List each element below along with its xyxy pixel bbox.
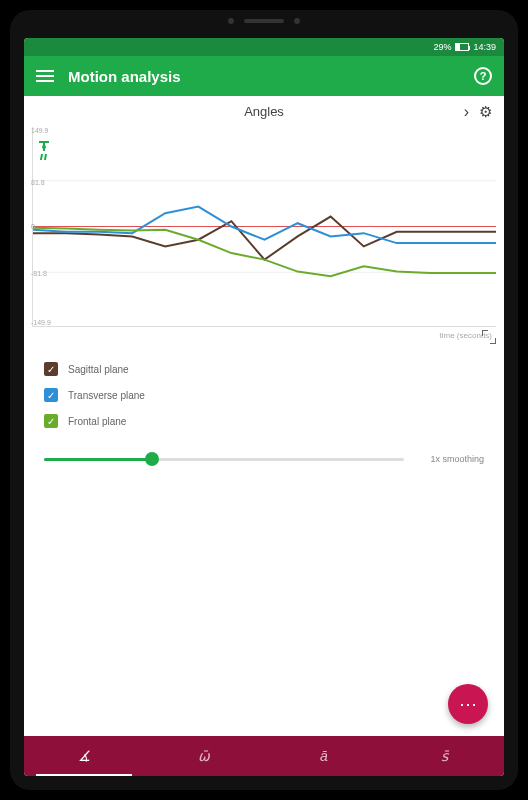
gear-icon[interactable]: ⚙ [479, 103, 492, 121]
legend-item-sagittal: ✓ Sagittal plane [44, 356, 484, 382]
body-pose-icon[interactable] [37, 145, 51, 167]
app-bar: Motion analysis ? [24, 56, 504, 96]
hamburger-icon[interactable] [36, 70, 54, 82]
bottom-nav: ∡ ω̄ ā s̄ [24, 736, 504, 776]
nav-item-s[interactable]: s̄ [384, 736, 504, 776]
x-axis-label: time (seconds) [24, 327, 504, 344]
status-time: 14:39 [473, 42, 496, 52]
section-title: Angles [244, 104, 284, 119]
nav-item-alpha[interactable]: ā [264, 736, 384, 776]
y-tick: -81.8 [31, 270, 47, 277]
legend-label: Transverse plane [68, 390, 145, 401]
slider-thumb[interactable] [145, 452, 159, 466]
battery-pct: 29% [433, 42, 451, 52]
y-tick: 149.9 [31, 127, 49, 134]
legend-checkbox[interactable]: ✓ [44, 362, 58, 376]
y-tick: 81.8 [31, 179, 45, 186]
smoothing-slider[interactable] [44, 458, 404, 461]
legend: ✓ Sagittal plane ✓ Transverse plane ✓ Fr… [24, 344, 504, 446]
legend-checkbox[interactable]: ✓ [44, 414, 58, 428]
legend-checkbox[interactable]: ✓ [44, 388, 58, 402]
nav-item-omega[interactable]: ω̄ [144, 736, 264, 776]
smoothing-slider-row: 1x smoothing [24, 446, 504, 472]
battery-icon [455, 43, 469, 51]
nav-item-angle[interactable]: ∡ [24, 736, 144, 776]
legend-label: Frontal plane [68, 416, 126, 427]
section-header: Angles › ⚙ [24, 96, 504, 127]
help-icon[interactable]: ? [474, 67, 492, 85]
y-tick: -149.9 [31, 319, 51, 326]
status-bar: 29% 14:39 [24, 38, 504, 56]
legend-item-transverse: ✓ Transverse plane [44, 382, 484, 408]
fab-button[interactable]: ⋯ [448, 684, 488, 724]
chart-svg [33, 127, 496, 326]
main-content: Angles › ⚙ 149.9 81.8 0 -81.8 -149.9 [24, 96, 504, 736]
y-tick: 0 [31, 223, 35, 230]
legend-item-frontal: ✓ Frontal plane [44, 408, 484, 434]
chevron-right-icon[interactable]: › [464, 103, 469, 121]
fullscreen-icon[interactable] [482, 330, 496, 344]
app-title: Motion analysis [68, 68, 460, 85]
chart[interactable]: 149.9 81.8 0 -81.8 -149.9 [32, 127, 496, 327]
slider-label: 1x smoothing [414, 454, 484, 464]
legend-label: Sagittal plane [68, 364, 129, 375]
